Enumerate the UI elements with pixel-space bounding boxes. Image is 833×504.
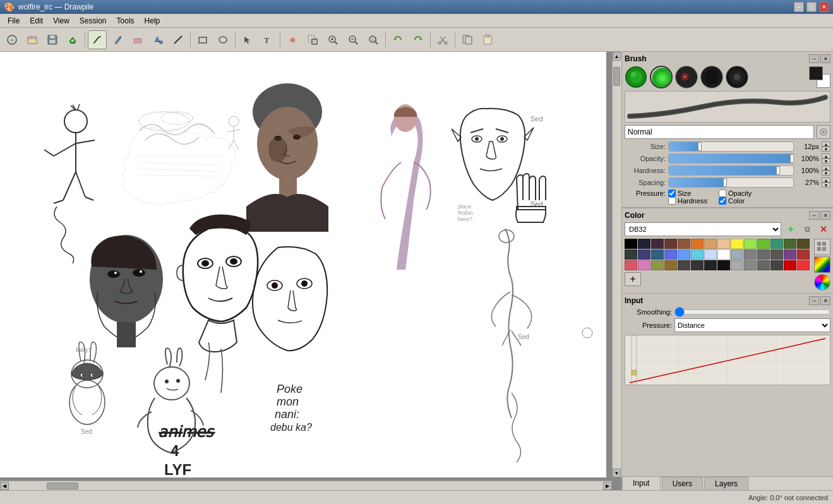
- color-close-button[interactable]: ✕: [820, 211, 830, 220]
- hardness-slider[interactable]: [668, 165, 794, 176]
- color-grid-button[interactable]: [814, 239, 830, 255]
- color-swatch[interactable]: [757, 249, 770, 260]
- close-button[interactable]: ✕: [819, 2, 829, 12]
- brush-close-button[interactable]: ✕: [820, 54, 830, 63]
- color-minimize-button[interactable]: ─: [809, 211, 819, 220]
- color-swatch[interactable]: [625, 239, 637, 249]
- eraser-button[interactable]: [128, 30, 147, 49]
- tab-input[interactable]: Input: [622, 476, 661, 490]
- spacing-spinner[interactable]: ▲ ▼: [822, 177, 830, 188]
- canvas-area[interactable]: Sed place Robin here? Sed: [0, 52, 606, 477]
- color-swatch[interactable]: [770, 239, 783, 249]
- menu-view[interactable]: View: [48, 15, 75, 27]
- brush-type-hard[interactable]: [700, 66, 723, 88]
- canvas-vscroll[interactable]: ▲ ▼: [612, 52, 621, 477]
- save-button[interactable]: [43, 30, 62, 49]
- color-wheel-button[interactable]: [814, 274, 830, 291]
- color-swatch[interactable]: [757, 239, 770, 249]
- color-swatch[interactable]: [691, 249, 704, 260]
- color-swatch[interactable]: [704, 249, 717, 260]
- color-swatch[interactable]: [784, 249, 796, 260]
- tab-users[interactable]: Users: [662, 477, 703, 490]
- new-button[interactable]: +: [3, 30, 21, 49]
- color-swatch[interactable]: [651, 239, 664, 249]
- menu-tools[interactable]: Tools: [112, 15, 140, 27]
- blend-mode-select[interactable]: Normal: [625, 125, 814, 139]
- color-swatch[interactable]: [797, 239, 810, 249]
- zoom-orig-button[interactable]: 1:1: [364, 30, 383, 49]
- opacity-slider[interactable]: [668, 153, 794, 164]
- brush-type-soft[interactable]: [650, 66, 673, 88]
- color-swatch[interactable]: [651, 249, 664, 260]
- pressure-color-check[interactable]: Color: [719, 197, 769, 205]
- fill-button[interactable]: [148, 30, 167, 49]
- color-swatch[interactable]: [757, 260, 770, 270]
- save-as-button[interactable]: [63, 30, 82, 49]
- add-color-button[interactable]: +: [625, 272, 641, 286]
- color-swatch[interactable]: [717, 260, 730, 270]
- color-gradient-button[interactable]: [814, 256, 830, 273]
- maximize-button[interactable]: □: [806, 2, 817, 12]
- color-swatch[interactable]: [770, 249, 783, 260]
- color-swatch[interactable]: [678, 239, 690, 249]
- text-button[interactable]: T: [258, 30, 277, 49]
- line-button[interactable]: [169, 30, 188, 49]
- pen-button[interactable]: [108, 30, 127, 49]
- hardness-spinner[interactable]: ▲ ▼: [822, 165, 830, 176]
- color-swatch[interactable]: [625, 260, 637, 270]
- color-swatch[interactable]: [638, 260, 650, 270]
- rotate-cw-button[interactable]: [409, 30, 428, 49]
- menu-edit[interactable]: Edit: [25, 15, 48, 27]
- color-swatch-fg-bg[interactable]: [809, 66, 830, 88]
- rotate-ccw-button[interactable]: [388, 30, 407, 49]
- brush-type-star[interactable]: ✳: [675, 66, 698, 88]
- opacity-spinner[interactable]: ▲ ▼: [822, 153, 830, 164]
- draw-button[interactable]: [88, 30, 107, 49]
- tab-layers[interactable]: Layers: [704, 477, 748, 490]
- color-swatch[interactable]: [664, 239, 677, 249]
- color-swatch[interactable]: [784, 239, 796, 249]
- color-swatch[interactable]: [731, 249, 743, 260]
- select-button[interactable]: [238, 30, 257, 49]
- ellipse-button[interactable]: [213, 30, 232, 49]
- delete-palette-button[interactable]: ✕: [817, 222, 830, 236]
- brush-minimize-button[interactable]: ─: [809, 54, 819, 63]
- paste-button[interactable]: [478, 30, 497, 49]
- zoom-out-button[interactable]: [344, 30, 363, 49]
- color-swatch[interactable]: [651, 260, 664, 270]
- zoom-in-button[interactable]: [323, 30, 342, 49]
- color-swatch[interactable]: [717, 239, 730, 249]
- color-swatch[interactable]: [691, 260, 704, 270]
- pressure-hardness-check[interactable]: Hardness: [668, 197, 719, 205]
- color-swatch[interactable]: [704, 239, 717, 249]
- copy-merged-button[interactable]: [458, 30, 477, 49]
- input-close-button[interactable]: ✕: [820, 296, 830, 305]
- color-swatch[interactable]: [744, 239, 757, 249]
- color-swatch[interactable]: [770, 260, 783, 270]
- color-swatch[interactable]: [784, 260, 796, 270]
- blend-lock-button[interactable]: [817, 125, 830, 139]
- color-swatch[interactable]: [625, 249, 637, 260]
- brush-type-wet[interactable]: [625, 66, 647, 88]
- resize-button[interactable]: [303, 30, 322, 49]
- color-swatch[interactable]: [638, 249, 650, 260]
- add-palette-button[interactable]: +: [784, 222, 798, 236]
- size-spinner[interactable]: ▲ ▼: [822, 141, 830, 152]
- copy-palette-button[interactable]: ⧉: [800, 222, 814, 236]
- smoothing-slider[interactable]: [674, 308, 830, 316]
- color-swatch[interactable]: [704, 260, 717, 270]
- menu-session[interactable]: Session: [75, 15, 112, 27]
- pressure-size-check[interactable]: Size: [668, 189, 719, 197]
- color-swatch[interactable]: [731, 260, 743, 270]
- palette-select[interactable]: DB32: [625, 222, 781, 236]
- color-swatch[interactable]: [638, 239, 650, 249]
- brush-type-smear[interactable]: [726, 66, 748, 88]
- color-swatch[interactable]: [731, 239, 743, 249]
- canvas-hscroll[interactable]: ◀ ▶: [0, 481, 612, 490]
- color-swatch[interactable]: [744, 260, 757, 270]
- color-swatch[interactable]: [797, 249, 810, 260]
- minimize-button[interactable]: ─: [794, 2, 804, 12]
- color-swatch[interactable]: [664, 249, 677, 260]
- color-swatch[interactable]: [678, 260, 690, 270]
- color-swatch[interactable]: [797, 260, 810, 270]
